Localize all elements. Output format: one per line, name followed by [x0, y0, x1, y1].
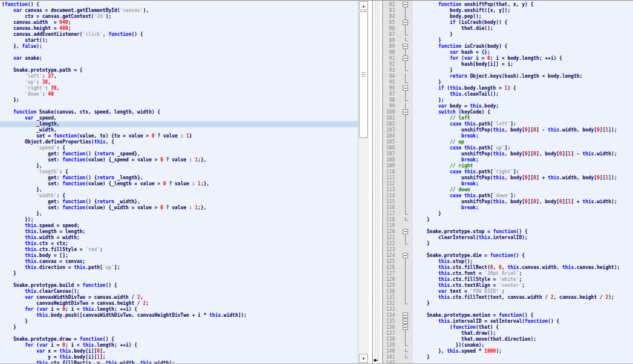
line-number: 94	[383, 74, 398, 79]
code-line: break;	[413, 205, 633, 211]
scrollbar-thumb[interactable]	[359, 11, 368, 138]
code-line: this.ctx.fillRect(0, 0, this.canvas.widt…	[413, 265, 633, 271]
fold-line	[405, 139, 406, 145]
code-line: Snake.prototype.draw = function() {	[0, 337, 358, 342]
fold-line	[405, 157, 406, 163]
code-line: },	[0, 187, 358, 193]
left-code-area[interactable]: (function() { var canvas = document.getE…	[0, 1, 358, 363]
fold-toggle-icon[interactable]	[403, 253, 408, 258]
fold-gutter-cell	[398, 103, 413, 109]
code-line: }	[413, 301, 633, 307]
line-number: 96	[383, 85, 398, 91]
fold-toggle-icon[interactable]	[403, 319, 408, 324]
code-line: }	[413, 217, 633, 223]
fold-end-tick	[405, 244, 408, 244]
scroll-up-button[interactable]: ▲	[359, 1, 368, 10]
code-line: this.clearCanvas();	[0, 289, 358, 295]
code-line: this.ctx.fillText(text, canvas.width / 2…	[413, 295, 633, 301]
code-line: Snake.prototype.path = {	[0, 68, 358, 74]
code-line: },	[0, 211, 358, 217]
fold-toggle-icon[interactable]	[403, 44, 408, 49]
code-line: clearInterval(this.intervalID);	[413, 235, 633, 241]
code-line: unshiftPop(this, body[0][0], body[0][1] …	[413, 199, 633, 205]
fold-gutter-cell	[398, 217, 413, 223]
fold-gutter-cell	[398, 14, 413, 20]
fold-gutter-cell	[398, 163, 413, 169]
code-line: this.ctx.textAlign = 'center';	[413, 283, 633, 289]
fold-line	[405, 163, 406, 169]
line-number: 132	[383, 301, 398, 307]
left-vertical-scrollbar[interactable]: ▲ ▼	[358, 1, 369, 363]
fold-line	[405, 133, 406, 139]
fold-toggle-icon[interactable]	[403, 313, 408, 318]
code-line: 'length': {	[0, 169, 358, 175]
code-line: _width,	[0, 127, 358, 133]
fold-toggle-icon[interactable]	[403, 20, 408, 25]
code-line: case this.path['right']:	[413, 169, 633, 175]
line-number: 116	[383, 205, 398, 211]
scroll-down-button[interactable]: ▼	[359, 354, 368, 363]
right-code-area[interactable]: function unshiftPop(that, x, y) { body.u…	[413, 1, 633, 363]
code-line: break;	[413, 157, 633, 163]
line-number: 102	[383, 121, 398, 127]
fold-gutter-cell	[398, 342, 413, 348]
code-line: this.stop();	[413, 259, 633, 265]
fold-end-tick	[405, 214, 408, 215]
fold-toggle-icon[interactable]	[403, 325, 408, 330]
code-line: // down	[413, 187, 633, 193]
line-number: 142	[383, 360, 398, 364]
code-line: (function(that) {	[413, 325, 633, 331]
fold-end-tick	[405, 41, 408, 41]
code-line: ctx = canvas.getContext('2d');	[0, 14, 358, 20]
line-number: 117	[383, 211, 398, 217]
fold-toggle-icon[interactable]	[403, 85, 408, 91]
fold-toggle-icon[interactable]	[403, 109, 408, 115]
code-line: canvas.height = 480;	[0, 26, 358, 32]
line-number: 82	[383, 2, 398, 8]
code-line: // up	[413, 139, 633, 145]
code-editor-split-view: (function() { var canvas = document.getE…	[0, 0, 633, 364]
fold-gutter-cell	[398, 354, 413, 360]
code-line: start();	[0, 38, 358, 44]
fold-gutter-cell	[398, 271, 413, 277]
pane-splitter[interactable]: ►	[372, 1, 383, 363]
code-line: }, false);	[0, 44, 358, 50]
fold-end-tick	[405, 357, 408, 358]
fold-gutter-cell	[398, 301, 413, 307]
fold-line	[405, 235, 406, 241]
fold-gutter-cell	[398, 187, 413, 193]
line-number: 90	[383, 50, 398, 56]
fold-toggle-icon[interactable]	[403, 56, 408, 61]
fold-toggle-icon[interactable]	[403, 229, 408, 234]
line-number: 136	[383, 325, 398, 331]
fold-line	[405, 271, 406, 277]
fold-gutter-cell	[398, 307, 413, 313]
line-number: 137	[383, 331, 398, 337]
line-number: 99	[383, 103, 398, 109]
line-number: 98	[383, 97, 398, 103]
fold-end-tick	[405, 100, 408, 101]
code-line: set: function(value) {_speed = value > 0…	[0, 157, 358, 163]
fold-end-tick	[405, 71, 408, 71]
code-line: this.body.push([canvasWidthDivTwo, canva…	[0, 313, 358, 319]
code-line: };	[413, 97, 633, 103]
line-number: 87	[383, 32, 398, 38]
line-number: 106	[383, 145, 398, 151]
code-line: this.canvas = canvas;	[0, 259, 358, 265]
fold-toggle-icon[interactable]	[403, 2, 408, 7]
fold-gutter-cell	[398, 169, 413, 175]
pane-resize-arrow-icon[interactable]: ►	[374, 357, 378, 363]
fold-line	[405, 337, 406, 342]
fold-line	[405, 115, 406, 121]
pane-frame-gap	[369, 1, 372, 363]
code-line: this.ctx.fillRect(x, y, this.width, this…	[0, 360, 358, 363]
code-line: set: function(value) {_length = value > …	[0, 181, 358, 187]
fold-line	[405, 289, 406, 295]
line-number: 101	[383, 115, 398, 121]
code-line: var canvas = document.getElementById('ca…	[0, 8, 358, 14]
fold-gutter-cell	[398, 38, 413, 44]
code-line: var body = this.body;	[413, 103, 633, 109]
line-number: 108	[383, 157, 398, 163]
code-line: var hash = {};	[413, 50, 633, 56]
fold-gutter-cell	[398, 277, 413, 283]
